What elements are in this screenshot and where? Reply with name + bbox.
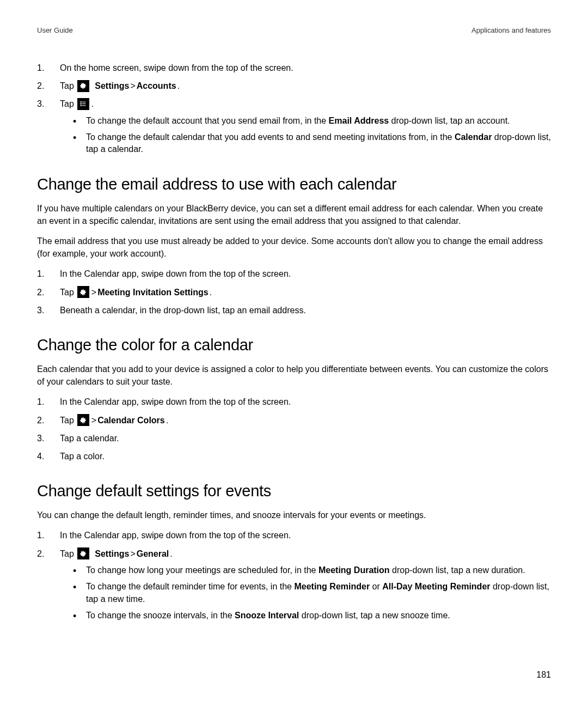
header-right: Applications and features bbox=[471, 26, 551, 34]
list-item: 3. Beneath a calendar, in the drop-down … bbox=[37, 304, 551, 317]
list-item: 1. In the Calendar app, swipe down from … bbox=[37, 267, 551, 280]
gear-icon bbox=[77, 414, 89, 426]
section2-heading: Change the color for a calendar bbox=[37, 336, 551, 354]
gear-icon bbox=[77, 547, 89, 559]
section3-steps: 1. In the Calendar app, swipe down from … bbox=[37, 529, 551, 622]
section2-steps: 1. In the Calendar app, swipe down from … bbox=[37, 395, 551, 462]
section3-para1: You can change the default length, remin… bbox=[37, 509, 551, 521]
gear-icon bbox=[77, 286, 89, 298]
list-item: To change how long your meetings are sch… bbox=[73, 564, 551, 576]
header-left: User Guide bbox=[37, 26, 73, 34]
section2-para1: Each calendar that you add to your devic… bbox=[37, 363, 551, 388]
section1-steps: 1. In the Calendar app, swipe down from … bbox=[37, 267, 551, 317]
list-item: 1. In the Calendar app, swipe down from … bbox=[37, 529, 551, 541]
section1-para1: If you have multiple calendars on your B… bbox=[37, 202, 551, 227]
section1-heading: Change the email address to use with eac… bbox=[37, 175, 551, 193]
list-item: 1. In the Calendar app, swipe down from … bbox=[37, 395, 551, 408]
page-number: 181 bbox=[536, 670, 551, 680]
list-item: To change the default calendar that you … bbox=[73, 131, 551, 156]
page-header: User Guide Applications and features bbox=[37, 26, 551, 34]
list-item: 4. Tap a color. bbox=[37, 450, 551, 462]
list-item: To change the default reminder time for … bbox=[73, 581, 551, 605]
list-item: 3. Tap . To change the default account t… bbox=[37, 98, 551, 155]
gear-icon bbox=[77, 80, 89, 92]
section1-para2: The email address that you use must alre… bbox=[37, 235, 551, 260]
list-item: 2. Tap > Calendar Colors . bbox=[37, 414, 551, 427]
list-item: 2. Tap Settings > Accounts . bbox=[37, 80, 551, 92]
section0-steps: 1. On the home screen, swipe down from t… bbox=[37, 62, 551, 156]
section0-bullets: To change the default account that you s… bbox=[73, 115, 551, 156]
list-item: 3. Tap a calendar. bbox=[37, 432, 551, 445]
section3-bullets: To change how long your meetings are sch… bbox=[73, 564, 551, 622]
list-item: To change the snooze intervals, in the S… bbox=[73, 610, 551, 622]
list-item: To change the default account that you s… bbox=[73, 115, 551, 127]
list-item: 1. On the home screen, swipe down from t… bbox=[37, 62, 551, 74]
section3-heading: Change default settings for events bbox=[37, 482, 551, 500]
list-item: 2. Tap Settings > General . To change ho… bbox=[37, 547, 551, 622]
list-icon bbox=[77, 98, 89, 110]
list-item: 2. Tap > Meeting Invitation Settings . bbox=[37, 286, 551, 299]
